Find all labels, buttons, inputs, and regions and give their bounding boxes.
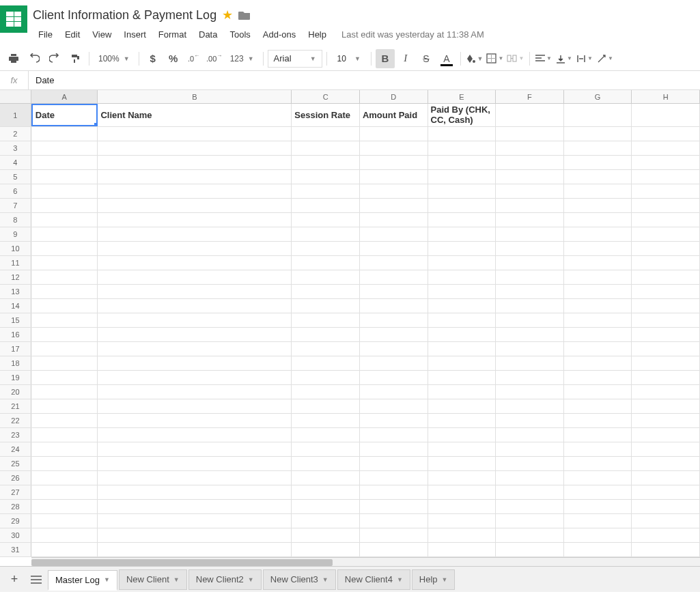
cell-E15[interactable] xyxy=(428,313,496,327)
cell-C14[interactable] xyxy=(292,299,360,313)
cell-C25[interactable] xyxy=(292,457,360,470)
cell-B27[interactable] xyxy=(98,485,292,499)
cell-A9[interactable] xyxy=(31,227,98,241)
cell-D25[interactable] xyxy=(360,457,428,470)
chevron-down-icon[interactable]: ▼ xyxy=(322,576,328,583)
cell-D6[interactable] xyxy=(360,184,428,198)
zoom-select[interactable]: 100% ▼ xyxy=(94,49,135,68)
cell-C13[interactable] xyxy=(292,285,360,298)
column-header-B[interactable]: B xyxy=(98,90,292,103)
cell-F30[interactable] xyxy=(496,528,564,542)
cell-H11[interactable] xyxy=(632,256,700,270)
redo-button[interactable] xyxy=(45,49,64,68)
cell-D10[interactable] xyxy=(360,242,428,255)
text-wrap-button[interactable]: ▼ xyxy=(575,49,594,68)
row-header-29[interactable]: 29 xyxy=(0,514,31,528)
cell-A21[interactable] xyxy=(31,399,98,413)
cell-A3[interactable] xyxy=(31,141,98,155)
cell-B12[interactable] xyxy=(98,270,292,284)
cell-D31[interactable] xyxy=(360,543,428,556)
cell-C6[interactable] xyxy=(292,184,360,198)
cell-G16[interactable] xyxy=(564,328,632,341)
menu-insert[interactable]: Insert xyxy=(118,27,152,42)
column-header-F[interactable]: F xyxy=(496,90,564,103)
fill-color-button[interactable]: ▼ xyxy=(465,49,484,68)
cell-D19[interactable] xyxy=(360,371,428,384)
cell-H18[interactable] xyxy=(632,356,700,370)
cell-G28[interactable] xyxy=(564,500,632,513)
cell-E16[interactable] xyxy=(428,328,496,341)
cell-F22[interactable] xyxy=(496,414,564,427)
cell-D29[interactable] xyxy=(360,514,428,528)
bold-button[interactable]: B xyxy=(376,49,395,68)
cell-C16[interactable] xyxy=(292,328,360,341)
cell-D20[interactable] xyxy=(360,385,428,399)
cell-H13[interactable] xyxy=(632,285,700,298)
cell-D17[interactable] xyxy=(360,342,428,356)
row-header-6[interactable]: 6 xyxy=(0,184,31,198)
cell-B8[interactable] xyxy=(98,213,292,227)
chevron-down-icon[interactable]: ▼ xyxy=(397,576,403,583)
cell-C3[interactable] xyxy=(292,141,360,155)
cell-B25[interactable] xyxy=(98,457,292,470)
cell-H29[interactable] xyxy=(632,514,700,528)
row-header-7[interactable]: 7 xyxy=(0,199,31,212)
cell-A15[interactable] xyxy=(31,313,98,327)
cell-A13[interactable] xyxy=(31,285,98,298)
cell-G2[interactable] xyxy=(564,127,632,141)
cell-C12[interactable] xyxy=(292,270,360,284)
cell-G15[interactable] xyxy=(564,313,632,327)
cell-B19[interactable] xyxy=(98,371,292,384)
cell-B24[interactable] xyxy=(98,442,292,456)
cell-D18[interactable] xyxy=(360,356,428,370)
cell-G26[interactable] xyxy=(564,471,632,485)
cell-A2[interactable] xyxy=(31,127,98,141)
cell-B10[interactable] xyxy=(98,242,292,255)
cell-F26[interactable] xyxy=(496,471,564,485)
cell-A22[interactable] xyxy=(31,414,98,427)
chevron-down-icon[interactable]: ▼ xyxy=(248,576,254,583)
last-edit-text[interactable]: Last edit was yesterday at 11:38 AM xyxy=(341,29,484,40)
cell-H25[interactable] xyxy=(632,457,700,470)
cell-B17[interactable] xyxy=(98,342,292,356)
cell-B21[interactable] xyxy=(98,399,292,413)
cell-C5[interactable] xyxy=(292,170,360,184)
cell-G5[interactable] xyxy=(564,170,632,184)
cell-F1[interactable] xyxy=(496,104,564,126)
cell-D4[interactable] xyxy=(360,156,428,169)
horizontal-align-button[interactable]: ▼ xyxy=(534,49,553,68)
cell-B11[interactable] xyxy=(98,256,292,270)
menu-format[interactable]: Format xyxy=(153,27,192,42)
cell-G21[interactable] xyxy=(564,399,632,413)
column-header-H[interactable]: H xyxy=(632,90,700,103)
cell-E19[interactable] xyxy=(428,371,496,384)
borders-button[interactable]: ▼ xyxy=(486,49,505,68)
cell-D14[interactable] xyxy=(360,299,428,313)
cell-F4[interactable] xyxy=(496,156,564,169)
cell-G27[interactable] xyxy=(564,485,632,499)
cell-G10[interactable] xyxy=(564,242,632,255)
cell-A30[interactable] xyxy=(31,528,98,542)
cell-A6[interactable] xyxy=(31,184,98,198)
cell-D23[interactable] xyxy=(360,428,428,442)
cell-H21[interactable] xyxy=(632,399,700,413)
cell-D11[interactable] xyxy=(360,256,428,270)
cell-E17[interactable] xyxy=(428,342,496,356)
sheet-tab-help[interactable]: Help▼ xyxy=(412,569,456,590)
cell-C21[interactable] xyxy=(292,399,360,413)
cell-E5[interactable] xyxy=(428,170,496,184)
horizontal-scrollbar[interactable] xyxy=(31,557,700,566)
row-header-18[interactable]: 18 xyxy=(0,356,31,370)
cell-B6[interactable] xyxy=(98,184,292,198)
row-header-28[interactable]: 28 xyxy=(0,500,31,513)
cell-G23[interactable] xyxy=(564,428,632,442)
cell-D15[interactable] xyxy=(360,313,428,327)
cell-D9[interactable] xyxy=(360,227,428,241)
cell-H17[interactable] xyxy=(632,342,700,356)
cell-A5[interactable] xyxy=(31,170,98,184)
cell-C4[interactable] xyxy=(292,156,360,169)
cell-D8[interactable] xyxy=(360,213,428,227)
row-header-17[interactable]: 17 xyxy=(0,342,31,356)
cell-G7[interactable] xyxy=(564,199,632,212)
cell-B18[interactable] xyxy=(98,356,292,370)
